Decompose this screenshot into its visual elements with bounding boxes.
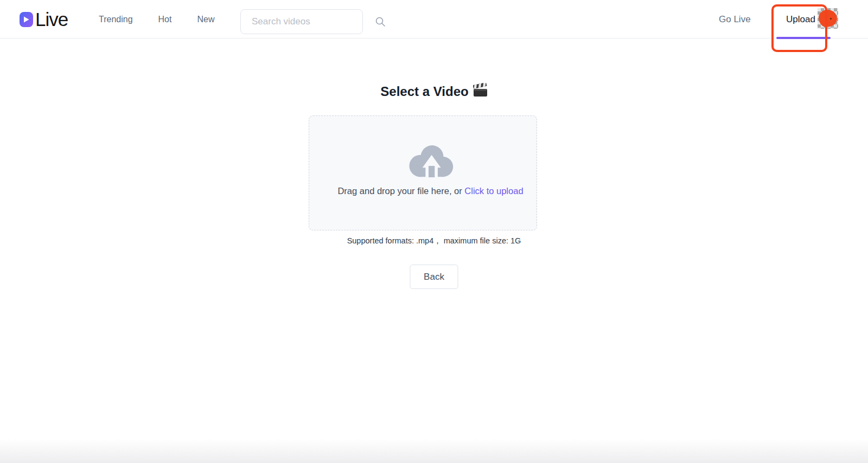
search-box[interactable] (240, 9, 363, 34)
clapperboard-icon (473, 83, 488, 100)
brand-logo[interactable]: Live (20, 0, 68, 38)
page-title-text: Select a Video (380, 84, 468, 99)
page-title: Select a Video (3, 83, 865, 100)
drag-drop-text: Drag and drop your file here, or (337, 186, 462, 196)
back-button[interactable]: Back (410, 265, 458, 289)
main-nav: Trending Hot New (99, 0, 214, 38)
upload-active-underline (776, 37, 831, 39)
go-live-link[interactable]: Go Live (719, 0, 751, 38)
supported-formats-note: Supported formats: .mp4， maximum file si… (3, 236, 865, 246)
nav-item-hot[interactable]: Hot (158, 15, 172, 24)
click-to-upload-link[interactable]: Click to upload (464, 186, 523, 196)
brand-name: Live (35, 10, 68, 29)
dropzone-caption: Drag and drop your file here, or Click t… (309, 186, 537, 196)
upload-dropzone[interactable]: Drag and drop your file here, or Click t… (309, 115, 537, 230)
tab-upload[interactable]: Upload (774, 0, 828, 38)
nav-item-trending[interactable]: Trending (99, 15, 133, 24)
dlive-play-icon (20, 12, 33, 27)
cloud-upload-icon (408, 143, 454, 179)
nav-item-new[interactable]: New (197, 15, 214, 24)
upload-page: Select a Video (3, 38, 865, 463)
search-input[interactable] (241, 16, 375, 27)
header: Live Trending Hot New Go Live Upload (0, 0, 868, 38)
page: Live Trending Hot New Go Live Upload (0, 0, 868, 463)
search-icon[interactable] (375, 16, 386, 27)
